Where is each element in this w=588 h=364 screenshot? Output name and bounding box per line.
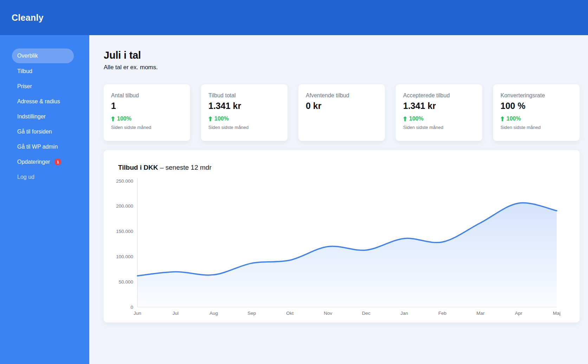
x-tick-label: Maj <box>553 311 561 316</box>
app-header: Cleanly <box>0 0 588 35</box>
stat-card-trend-value: 100% <box>506 116 521 122</box>
sidebar-item-label: Gå til WP admin <box>17 144 58 150</box>
chart-title-bold: Tilbud i DKK <box>118 164 158 171</box>
line-chart: 050.000100.000150.000200.000250.000JunJu… <box>104 150 580 323</box>
sidebar-item-indstillinger[interactable]: Indstillinger <box>12 109 74 124</box>
sidebar: Overblik Tilbud Priser Adresse & radius … <box>0 35 89 364</box>
y-tick-label: 200.000 <box>116 203 133 209</box>
stat-card-value: 100 % <box>500 100 573 112</box>
y-tick-label: 0 <box>130 305 133 310</box>
chart-title: Tilbud i DKK – seneste 12 mdr <box>118 163 212 172</box>
x-tick-label: Okt <box>286 311 293 316</box>
stat-card-value: 1.341 kr <box>208 100 281 112</box>
stat-card-trend: 100% <box>500 115 573 122</box>
sidebar-item-log-ud[interactable]: Log ud <box>12 169 74 184</box>
page-title: Juli i tal <box>104 49 580 61</box>
stat-card-value: 1 <box>111 100 184 112</box>
sidebar-item-label: Indstillinger <box>17 113 46 120</box>
stat-card-trend: 100% <box>403 115 476 122</box>
main-content: Juli i tal Alle tal er ex. moms. Antal t… <box>89 35 588 364</box>
stat-card-trend-value: 100% <box>117 116 131 122</box>
sidebar-item-adresse-radius[interactable]: Adresse & radius <box>12 94 74 109</box>
sidebar-item-label: Adresse & radius <box>17 98 60 105</box>
x-tick-label: Feb <box>438 311 446 316</box>
stat-card-label: Konverteringsrate <box>500 92 573 99</box>
x-tick-label: Jun <box>134 311 141 316</box>
x-tick-label: Mar <box>476 311 485 316</box>
stat-card-note: Siden sidste måned <box>208 124 281 130</box>
y-tick-label: 100.000 <box>116 254 133 259</box>
sidebar-item-priser[interactable]: Priser <box>12 79 74 94</box>
chart-title-rest: – seneste 12 mdr <box>160 164 212 171</box>
y-tick-label: 250.000 <box>116 178 133 184</box>
sidebar-item-label: Gå til forsiden <box>17 129 52 135</box>
stat-card-tilbud-total: Tilbud total 1.341 kr 100% Siden sidste … <box>201 84 287 141</box>
app-logo: Cleanly <box>12 13 44 23</box>
x-tick-label: Aug <box>209 311 218 316</box>
arrow-up-icon <box>111 116 115 121</box>
x-tick-label: Jan <box>400 311 408 316</box>
stat-cards: Antal tilbud 1 100% Siden sidste måned T… <box>104 84 580 141</box>
sidebar-item-label: Tilbud <box>17 68 32 74</box>
stat-card-trend-value: 100% <box>409 116 424 122</box>
stat-card-label: Tilbud total <box>208 92 281 99</box>
x-tick-label: Sep <box>247 311 256 316</box>
stat-card-label: Accepterede tilbud <box>403 92 476 99</box>
y-tick-label: 150.000 <box>116 229 133 234</box>
sidebar-item-label: Opdateringer <box>17 159 50 165</box>
sidebar-nav: Overblik Tilbud Priser Adresse & radius … <box>12 48 89 184</box>
stat-card-label: Afventende tilbud <box>306 92 379 99</box>
sidebar-item-ga-til-forsiden[interactable]: Gå til forsiden <box>12 124 74 139</box>
stat-card-trend: 100% <box>111 115 184 122</box>
y-axis-labels: 050.000100.000150.000200.000250.000 <box>116 178 133 310</box>
page-subtitle: Alle tal er ex. moms. <box>104 63 580 72</box>
x-axis-labels: JunJulAugSepOktNovDecJanFebMarAprMaj <box>134 311 561 316</box>
x-tick-label: Jul <box>173 311 179 316</box>
sidebar-item-label: Overblik <box>17 53 38 59</box>
stat-card-label: Antal tilbud <box>111 92 184 99</box>
y-tick-label: 50.000 <box>119 279 133 285</box>
stat-card-value: 0 kr <box>306 100 379 112</box>
arrow-up-icon <box>403 116 407 121</box>
arrow-up-icon <box>500 116 504 121</box>
stat-card-note: Siden sidste måned <box>403 124 476 130</box>
stat-card-trend: 100% <box>208 115 281 122</box>
stat-card-note: Siden sidste måned <box>500 124 573 130</box>
stat-card-accepterede-tilbud: Accepterede tilbud 1.341 kr 100% Siden s… <box>396 84 482 141</box>
stat-card-antal-tilbud: Antal tilbud 1 100% Siden sidste måned <box>104 84 190 141</box>
sidebar-item-opdateringer[interactable]: Opdateringer 1 <box>12 154 74 169</box>
stat-card-value: 1.341 kr <box>403 100 476 112</box>
stat-card-konverteringsrate: Konverteringsrate 100 % 100% Siden sidst… <box>493 84 580 141</box>
stat-card-note: Siden sidste måned <box>111 124 184 130</box>
x-tick-label: Dec <box>362 311 370 316</box>
sidebar-item-tilbud[interactable]: Tilbud <box>12 64 74 79</box>
stat-card-trend-value: 100% <box>214 116 229 122</box>
chart-area-fill <box>137 203 557 307</box>
sidebar-item-label: Log ud <box>17 174 34 180</box>
stat-card-afventende-tilbud: Afventende tilbud 0 kr <box>298 84 385 141</box>
sidebar-item-ga-til-wp-admin[interactable]: Gå til WP admin <box>12 139 74 154</box>
chart-card: Tilbud i DKK – seneste 12 mdr 050.000100… <box>104 150 580 323</box>
sidebar-item-overblik[interactable]: Overblik <box>12 48 74 63</box>
sidebar-item-label: Priser <box>17 83 32 90</box>
update-count-badge: 1 <box>54 158 61 165</box>
x-tick-label: Apr <box>515 311 523 316</box>
arrow-up-icon <box>208 116 212 121</box>
x-tick-label: Nov <box>324 311 332 316</box>
